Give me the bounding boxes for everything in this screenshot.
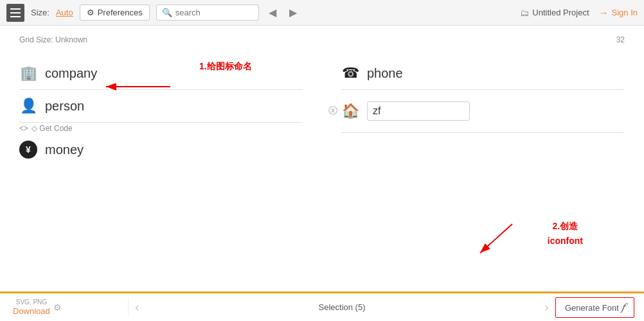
generate-font-label: Generate Font [565,303,619,313]
empty-cell [341,133,625,166]
search-box: 🔍 [156,4,259,21]
chevron-right-icon[interactable]: › [538,300,555,315]
hamburger-button[interactable] [6,4,24,22]
project-name-container: 🗂 Untitled Project [520,8,589,18]
project-icon: 🗂 [520,8,529,18]
icon-item-phone: ☎ phone [341,57,625,90]
icon-grid: 🏢 company ☎ phone 👤 person <> ◇ Get Code… [19,57,625,166]
font-icon: 𝑓 [621,302,625,313]
download-button[interactable]: Download [13,306,50,316]
icon-item-zf: ⓧ 🏠 [341,90,625,133]
phone-icon-name: phone [367,66,403,81]
grid-size-label: Grid Size: Unknown [19,35,87,44]
svg-line-3 [480,224,512,253]
main-content: Grid Size: Unknown 32 🏢 company ☎ phone … [0,26,644,291]
get-code-button[interactable]: <> ◇ Get Code [19,124,303,133]
circle-x-icon[interactable]: ⓧ [328,105,337,117]
forward-button[interactable]: ▶ [286,5,300,20]
size-label: Size: [31,8,49,17]
search-input[interactable] [175,8,253,17]
chevron-left-icon[interactable]: ‹ [129,300,146,315]
person-icon-name: person [45,99,84,114]
zf-name-input[interactable] [367,101,470,121]
grid-number: 32 [616,35,625,44]
project-name-text: Untitled Project [532,8,589,17]
get-code-label: ◇ Get Code [31,124,73,133]
bottom-bar: SVG, PNG Download ⚙ ‹ Selection (5) › Ge… [0,291,644,321]
sign-in-button[interactable]: → Sign In [599,7,638,18]
bottom-left: SVG, PNG Download ⚙ [0,299,129,316]
code-icon: <> [19,124,28,133]
zf-icon-symbol: 🏠 [341,103,359,119]
arrow-2-svg [474,221,525,259]
generate-font-button[interactable]: Generate Font 𝑓 [555,297,634,318]
gear-icon: ⚙ [87,8,94,17]
arrow-1-svg [100,83,177,109]
svg-png-label: SVG, PNG [16,299,47,306]
money-icon-symbol: ¥ [19,141,37,159]
hamburger-line-2 [10,12,21,13]
phone-icon-symbol: ☎ [341,65,359,82]
preferences-button[interactable]: ⚙ Preferences [80,4,150,21]
sign-in-icon: → [599,7,609,18]
money-icon-name: money [45,143,84,157]
person-icon-symbol: 👤 [19,98,37,114]
size-auto-link[interactable]: Auto [56,8,73,17]
preferences-label: Preferences [98,8,143,17]
hamburger-line-3 [10,16,21,17]
grid-size-bar: Grid Size: Unknown 32 [19,35,625,44]
download-block: SVG, PNG Download [13,299,50,316]
icon-item-money: ¥ money [19,133,303,166]
hamburger-line-1 [10,8,21,10]
header-right: 🗂 Untitled Project → Sign In [520,7,638,18]
back-button[interactable]: ◀ [265,5,280,20]
download-settings-icon[interactable]: ⚙ [53,302,62,313]
annotation-1: 1.给图标命名 [199,61,252,73]
company-icon-name: company [45,66,97,81]
header: Size: Auto ⚙ Preferences 🔍 ◀ ▶ 🗂 Untitle… [0,0,644,26]
selection-label: Selection (5) [146,302,539,312]
search-icon: 🔍 [162,8,172,17]
annotation-2: 2.创造 iconfont [548,219,583,248]
company-icon-symbol: 🏢 [19,65,37,82]
sign-in-label: Sign In [612,8,638,17]
